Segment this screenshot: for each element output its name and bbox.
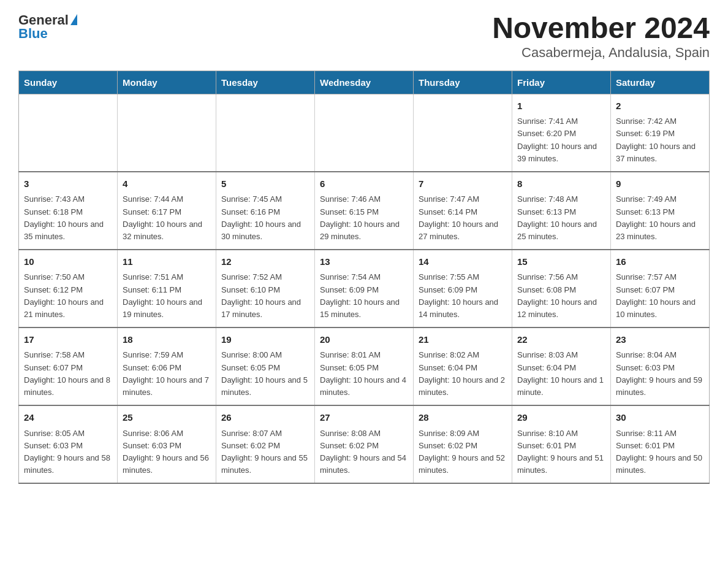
calendar-day-cell: 3Sunrise: 7:43 AMSunset: 6:18 PMDaylight… [19, 172, 118, 250]
weekday-header-friday: Friday [512, 71, 611, 94]
day-info: Sunrise: 7:45 AMSunset: 6:16 PMDaylight:… [221, 193, 309, 243]
logo: General Blue [18, 12, 77, 42]
day-number: 2 [616, 99, 704, 113]
day-number: 14 [419, 255, 507, 269]
day-number: 25 [123, 411, 211, 425]
day-number: 18 [123, 333, 211, 347]
day-info: Sunrise: 7:49 AMSunset: 6:13 PMDaylight:… [616, 193, 704, 243]
day-info: Sunrise: 8:08 AMSunset: 6:02 PMDaylight:… [320, 427, 408, 477]
calendar-day-cell [19, 94, 118, 172]
calendar-day-cell: 14Sunrise: 7:55 AMSunset: 6:09 PMDayligh… [414, 250, 512, 327]
logo-triangle-icon [70, 14, 77, 25]
calendar-week-row: 24Sunrise: 8:05 AMSunset: 6:03 PMDayligh… [19, 405, 710, 483]
day-info: Sunrise: 7:56 AMSunset: 6:08 PMDaylight:… [517, 271, 605, 321]
calendar-day-cell: 20Sunrise: 8:01 AMSunset: 6:05 PMDayligh… [315, 327, 414, 405]
day-number: 11 [123, 255, 211, 269]
calendar-title: November 2024 [492, 12, 710, 45]
calendar-day-cell: 15Sunrise: 7:56 AMSunset: 6:08 PMDayligh… [512, 250, 611, 327]
day-number: 21 [419, 333, 507, 347]
calendar-day-cell: 27Sunrise: 8:08 AMSunset: 6:02 PMDayligh… [315, 405, 414, 483]
calendar-day-cell: 9Sunrise: 7:49 AMSunset: 6:13 PMDaylight… [611, 172, 710, 250]
day-number: 19 [221, 333, 309, 347]
day-number: 16 [616, 255, 704, 269]
calendar-day-cell: 29Sunrise: 8:10 AMSunset: 6:01 PMDayligh… [512, 405, 611, 483]
day-number: 26 [221, 411, 309, 425]
title-block: November 2024 Casabermeja, Andalusia, Sp… [492, 12, 710, 61]
day-info: Sunrise: 7:42 AMSunset: 6:19 PMDaylight:… [616, 115, 704, 165]
calendar-day-cell: 23Sunrise: 8:04 AMSunset: 6:03 PMDayligh… [611, 327, 710, 405]
day-info: Sunrise: 8:01 AMSunset: 6:05 PMDaylight:… [320, 349, 408, 399]
calendar-week-row: 3Sunrise: 7:43 AMSunset: 6:18 PMDaylight… [19, 172, 710, 250]
day-info: Sunrise: 8:03 AMSunset: 6:04 PMDaylight:… [517, 349, 605, 399]
day-number: 9 [616, 177, 704, 191]
day-info: Sunrise: 8:05 AMSunset: 6:03 PMDaylight:… [24, 427, 112, 477]
day-info: Sunrise: 7:57 AMSunset: 6:07 PMDaylight:… [616, 271, 704, 321]
day-info: Sunrise: 7:50 AMSunset: 6:12 PMDaylight:… [24, 271, 112, 321]
day-number: 5 [221, 177, 309, 191]
weekday-header-saturday: Saturday [611, 71, 710, 94]
calendar-week-row: 17Sunrise: 7:58 AMSunset: 6:07 PMDayligh… [19, 327, 710, 405]
calendar-day-cell: 16Sunrise: 7:57 AMSunset: 6:07 PMDayligh… [611, 250, 710, 327]
weekday-header-monday: Monday [118, 71, 216, 94]
calendar-day-cell: 8Sunrise: 7:48 AMSunset: 6:13 PMDaylight… [512, 172, 611, 250]
day-number: 24 [24, 411, 112, 425]
day-number: 23 [616, 333, 704, 347]
day-number: 29 [517, 411, 605, 425]
calendar-day-cell: 1Sunrise: 7:41 AMSunset: 6:20 PMDaylight… [512, 94, 611, 172]
day-number: 4 [123, 177, 211, 191]
weekday-header-sunday: Sunday [19, 71, 118, 94]
day-info: Sunrise: 7:47 AMSunset: 6:14 PMDaylight:… [419, 193, 507, 243]
calendar-header-row: SundayMondayTuesdayWednesdayThursdayFrid… [19, 71, 710, 94]
weekday-header-wednesday: Wednesday [315, 71, 414, 94]
day-info: Sunrise: 8:11 AMSunset: 6:01 PMDaylight:… [616, 427, 704, 477]
day-info: Sunrise: 8:09 AMSunset: 6:02 PMDaylight:… [419, 427, 507, 477]
day-number: 10 [24, 255, 112, 269]
day-number: 28 [419, 411, 507, 425]
day-info: Sunrise: 7:55 AMSunset: 6:09 PMDaylight:… [419, 271, 507, 321]
calendar-day-cell: 4Sunrise: 7:44 AMSunset: 6:17 PMDaylight… [118, 172, 216, 250]
day-info: Sunrise: 7:52 AMSunset: 6:10 PMDaylight:… [221, 271, 309, 321]
page-header: General Blue November 2024 Casabermeja, … [18, 12, 710, 61]
day-info: Sunrise: 8:00 AMSunset: 6:05 PMDaylight:… [221, 349, 309, 399]
calendar-table: SundayMondayTuesdayWednesdayThursdayFrid… [18, 71, 710, 484]
day-info: Sunrise: 7:46 AMSunset: 6:15 PMDaylight:… [320, 193, 408, 243]
day-number: 8 [517, 177, 605, 191]
day-info: Sunrise: 7:48 AMSunset: 6:13 PMDaylight:… [517, 193, 605, 243]
day-number: 1 [517, 99, 605, 113]
calendar-day-cell: 10Sunrise: 7:50 AMSunset: 6:12 PMDayligh… [19, 250, 118, 327]
calendar-day-cell: 30Sunrise: 8:11 AMSunset: 6:01 PMDayligh… [611, 405, 710, 483]
day-number: 27 [320, 411, 408, 425]
day-info: Sunrise: 7:51 AMSunset: 6:11 PMDaylight:… [123, 271, 211, 321]
day-number: 20 [320, 333, 408, 347]
weekday-header-thursday: Thursday [414, 71, 512, 94]
calendar-day-cell: 5Sunrise: 7:45 AMSunset: 6:16 PMDaylight… [216, 172, 315, 250]
calendar-day-cell: 26Sunrise: 8:07 AMSunset: 6:02 PMDayligh… [216, 405, 315, 483]
day-number: 3 [24, 177, 112, 191]
day-info: Sunrise: 7:59 AMSunset: 6:06 PMDaylight:… [123, 349, 211, 399]
day-info: Sunrise: 7:58 AMSunset: 6:07 PMDaylight:… [24, 349, 112, 399]
logo-text-blue: Blue [18, 26, 48, 42]
calendar-day-cell: 6Sunrise: 7:46 AMSunset: 6:15 PMDaylight… [315, 172, 414, 250]
weekday-header-tuesday: Tuesday [216, 71, 315, 94]
calendar-day-cell: 13Sunrise: 7:54 AMSunset: 6:09 PMDayligh… [315, 250, 414, 327]
calendar-day-cell [118, 94, 216, 172]
day-number: 30 [616, 411, 704, 425]
calendar-day-cell [414, 94, 512, 172]
calendar-day-cell: 12Sunrise: 7:52 AMSunset: 6:10 PMDayligh… [216, 250, 315, 327]
day-info: Sunrise: 8:02 AMSunset: 6:04 PMDaylight:… [419, 349, 507, 399]
calendar-subtitle: Casabermeja, Andalusia, Spain [492, 45, 710, 61]
calendar-day-cell: 19Sunrise: 8:00 AMSunset: 6:05 PMDayligh… [216, 327, 315, 405]
calendar-week-row: 1Sunrise: 7:41 AMSunset: 6:20 PMDaylight… [19, 94, 710, 172]
day-number: 22 [517, 333, 605, 347]
day-info: Sunrise: 8:10 AMSunset: 6:01 PMDaylight:… [517, 427, 605, 477]
day-info: Sunrise: 8:04 AMSunset: 6:03 PMDaylight:… [616, 349, 704, 399]
day-info: Sunrise: 8:06 AMSunset: 6:03 PMDaylight:… [123, 427, 211, 477]
day-number: 17 [24, 333, 112, 347]
day-number: 12 [221, 255, 309, 269]
day-info: Sunrise: 7:41 AMSunset: 6:20 PMDaylight:… [517, 115, 605, 165]
day-number: 7 [419, 177, 507, 191]
calendar-day-cell [315, 94, 414, 172]
day-info: Sunrise: 7:54 AMSunset: 6:09 PMDaylight:… [320, 271, 408, 321]
calendar-day-cell: 28Sunrise: 8:09 AMSunset: 6:02 PMDayligh… [414, 405, 512, 483]
calendar-day-cell: 7Sunrise: 7:47 AMSunset: 6:14 PMDaylight… [414, 172, 512, 250]
